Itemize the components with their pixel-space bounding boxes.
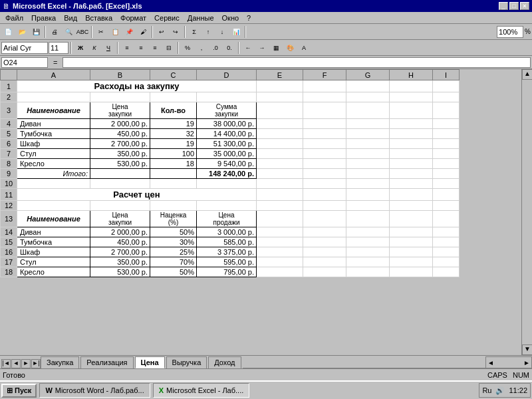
cell-18c[interactable]: 50% bbox=[150, 267, 197, 277]
inc-decimal[interactable]: .0 bbox=[209, 41, 222, 55]
cell-17c[interactable]: 70% bbox=[150, 257, 197, 267]
cell-10e[interactable] bbox=[257, 179, 303, 189]
header2-markup[interactable]: Наценка(%) bbox=[150, 211, 197, 227]
increase-indent[interactable]: → bbox=[255, 41, 269, 55]
cell-8f[interactable] bbox=[303, 159, 346, 169]
cell-14f[interactable] bbox=[303, 227, 346, 237]
col-header-i[interactable]: I bbox=[433, 70, 460, 80]
cell-16e[interactable] bbox=[257, 247, 303, 257]
cell-18h[interactable] bbox=[390, 267, 433, 277]
cell-17a[interactable]: Стул bbox=[17, 257, 90, 267]
cell-7f[interactable] bbox=[303, 149, 346, 159]
cell-5h[interactable] bbox=[390, 129, 433, 139]
chart-button[interactable]: 📊 bbox=[229, 25, 243, 39]
undo-button[interactable]: ↩ bbox=[155, 25, 168, 39]
cell-16f[interactable] bbox=[303, 247, 346, 257]
cell-2i[interactable] bbox=[433, 92, 460, 102]
cell-12a[interactable] bbox=[17, 201, 90, 211]
italic-button[interactable]: К bbox=[88, 41, 101, 55]
menu-insert[interactable]: Вставка bbox=[81, 13, 116, 23]
cell-18g[interactable] bbox=[346, 267, 390, 277]
cell-17g[interactable] bbox=[346, 257, 390, 267]
header2-sellprice[interactable]: Ценапродажи bbox=[197, 211, 257, 227]
menu-tools[interactable]: Сервис bbox=[150, 13, 184, 23]
underline-button[interactable]: Ч bbox=[102, 41, 115, 55]
cell-4d[interactable]: 38 000,00 р. bbox=[197, 119, 257, 129]
cell-18a[interactable]: Кресло bbox=[17, 267, 90, 277]
cell-13f[interactable] bbox=[303, 211, 346, 227]
cell-5e[interactable] bbox=[257, 129, 303, 139]
cell-18f[interactable] bbox=[303, 267, 346, 277]
cell-17d[interactable]: 595,00 р. bbox=[197, 257, 257, 267]
scroll-up-button[interactable]: ▲ bbox=[522, 69, 532, 80]
borders-button[interactable]: ▦ bbox=[269, 41, 283, 55]
cell-14a[interactable]: Диван bbox=[17, 227, 90, 237]
cell-5d[interactable]: 14 400,00 р. bbox=[197, 129, 257, 139]
cell-9b[interactable] bbox=[90, 169, 150, 179]
cell-16h[interactable] bbox=[390, 247, 433, 257]
cell-14b[interactable]: 2 000,00 р. bbox=[90, 227, 150, 237]
menu-data[interactable]: Данные bbox=[184, 13, 218, 23]
cell-2g[interactable] bbox=[346, 92, 390, 102]
cell-6c[interactable]: 19 bbox=[150, 139, 197, 149]
cell-11h[interactable] bbox=[390, 189, 433, 201]
cell-18d[interactable]: 795,00 р. bbox=[197, 267, 257, 277]
cell-15e[interactable] bbox=[257, 237, 303, 247]
cell-10c[interactable] bbox=[150, 179, 197, 189]
cell-4g[interactable] bbox=[346, 119, 390, 129]
cell-10h[interactable] bbox=[390, 179, 433, 189]
cell-15b[interactable]: 450,00 р. bbox=[90, 237, 150, 247]
cell-9g[interactable] bbox=[346, 169, 390, 179]
scroll-left-button[interactable]: ◄ bbox=[486, 359, 495, 366]
cell-1i[interactable] bbox=[433, 80, 460, 92]
cell-5i[interactable] bbox=[433, 129, 460, 139]
header-name[interactable]: Наименование bbox=[17, 102, 90, 119]
cell-5c[interactable]: 32 bbox=[150, 129, 197, 139]
menu-help[interactable]: ? bbox=[243, 13, 255, 23]
cell-12c[interactable] bbox=[150, 201, 197, 211]
cell-7h[interactable] bbox=[390, 149, 433, 159]
taskbar-word[interactable]: W Microsoft Word - Лаб.раб... bbox=[39, 383, 150, 398]
cell-7d[interactable]: 35 000,00 р. bbox=[197, 149, 257, 159]
cell-14i[interactable] bbox=[433, 227, 460, 237]
cell-1e[interactable] bbox=[257, 80, 303, 92]
cell-4c[interactable]: 19 bbox=[150, 119, 197, 129]
cell-6d[interactable]: 51 300,00 р. bbox=[197, 139, 257, 149]
cell-8e[interactable] bbox=[257, 159, 303, 169]
cell-7g[interactable] bbox=[346, 149, 390, 159]
cell-7c[interactable]: 100 bbox=[150, 149, 197, 159]
cell-12g[interactable] bbox=[346, 201, 390, 211]
col-header-d[interactable]: D bbox=[197, 70, 257, 80]
autosum-button[interactable]: Σ bbox=[188, 25, 201, 39]
cell-7i[interactable] bbox=[433, 149, 460, 159]
vertical-scrollbar[interactable]: ▲ ▼ bbox=[521, 69, 532, 355]
font-size-input[interactable] bbox=[49, 42, 68, 54]
sheet-scroll-area[interactable]: A B C D E F G H I 1 Расходы н bbox=[0, 69, 532, 355]
font-name-input[interactable] bbox=[1, 42, 48, 54]
cell-4e[interactable] bbox=[257, 119, 303, 129]
cell-10g[interactable] bbox=[346, 179, 390, 189]
cell-16b[interactable]: 2 700,00 р. bbox=[90, 247, 150, 257]
sort-desc[interactable]: ↓ bbox=[215, 25, 229, 39]
scroll-right-button[interactable]: ► bbox=[522, 359, 531, 366]
cell-5g[interactable] bbox=[346, 129, 390, 139]
header-price[interactable]: Ценазакупки bbox=[90, 102, 150, 119]
menu-view[interactable]: Вид bbox=[60, 13, 81, 23]
cell-15i[interactable] bbox=[433, 237, 460, 247]
cell-17i[interactable] bbox=[433, 257, 460, 267]
format-painter[interactable]: 🖌 bbox=[136, 25, 150, 39]
tab-zakupka[interactable]: Закупка bbox=[41, 356, 79, 368]
tab-first-button[interactable]: |◄ bbox=[1, 359, 11, 368]
cell-6a[interactable]: Шкаф bbox=[17, 139, 90, 149]
cell-9e[interactable] bbox=[257, 169, 303, 179]
cell-8b[interactable]: 530,00 р. bbox=[90, 159, 150, 169]
bold-button[interactable]: Ж bbox=[74, 41, 87, 55]
cell-3i[interactable] bbox=[433, 102, 460, 119]
horizontal-scrollbar[interactable]: ◄ ► bbox=[485, 356, 532, 368]
cell-12e[interactable] bbox=[257, 201, 303, 211]
cell-15d[interactable]: 585,00 р. bbox=[197, 237, 257, 247]
cell-10f[interactable] bbox=[303, 179, 346, 189]
cell-18i[interactable] bbox=[433, 267, 460, 277]
taskbar-excel[interactable]: X Microsoft Excel - Лаб.... bbox=[153, 383, 250, 398]
cell-5a[interactable]: Тумбочка bbox=[17, 129, 90, 139]
